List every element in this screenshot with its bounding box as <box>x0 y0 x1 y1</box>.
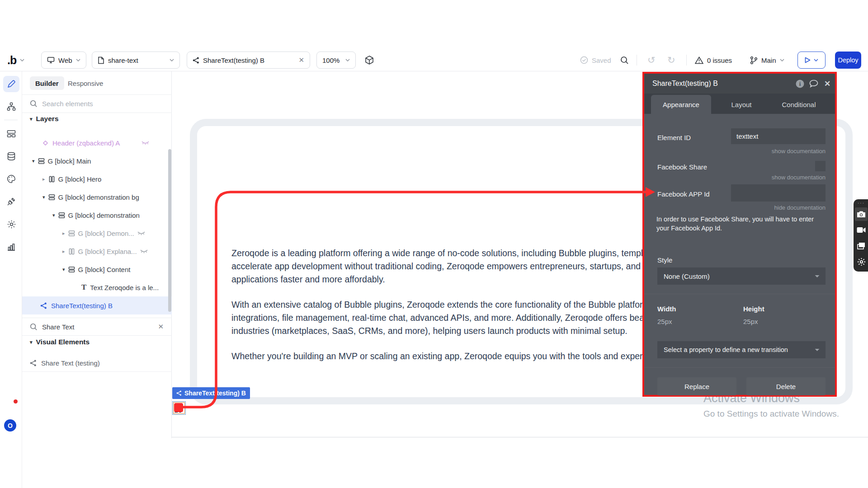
rail-settings-button[interactable] <box>3 216 19 232</box>
zoom-dropdown[interactable]: 100% <box>316 52 356 69</box>
tab-responsive[interactable]: Responsive <box>68 76 103 90</box>
layer-label: G [block] Hero <box>58 175 102 183</box>
screenshot-camera-button[interactable] <box>855 207 868 221</box>
tree-scrollbar[interactable] <box>168 149 171 312</box>
layer-row-hero[interactable]: ▸ G [block] Hero <box>22 170 172 188</box>
rows-block-icon <box>68 266 75 273</box>
search-value: Share Text <box>42 323 153 331</box>
layer-row-header[interactable]: Header (zqbackend) A <box>22 134 172 152</box>
preview-button[interactable] <box>797 52 826 69</box>
facebook-app-id-input[interactable] <box>731 184 826 202</box>
layers-title: Layers <box>36 115 59 123</box>
stacked-windows-icon <box>857 242 865 249</box>
platform-dropdown[interactable]: Web <box>41 52 86 69</box>
rail-styles-button[interactable] <box>3 171 19 187</box>
branch-icon <box>750 56 758 65</box>
panel-divider <box>644 367 835 368</box>
layer-row-explana-hidden[interactable]: ▸ G [block] Explana... <box>22 242 172 260</box>
close-panel-button[interactable]: ✕ <box>822 79 832 89</box>
property-panel-title: ShareText(testing) B <box>652 80 718 88</box>
rows-block-icon <box>38 158 45 164</box>
copy-window-button[interactable] <box>855 240 868 252</box>
property-panel-titlebar[interactable]: ShareText(testing) B <box>644 74 835 94</box>
style-dropdown[interactable]: None (Custom) <box>657 267 826 285</box>
palette-item-share-text[interactable]: Share Text (testing) <box>22 354 172 372</box>
redo-button[interactable]: ↻ <box>667 52 675 69</box>
component-cube-button[interactable] <box>364 52 374 69</box>
rail-data-button[interactable] <box>3 148 19 164</box>
chevron-down-icon <box>20 59 24 61</box>
search-placeholder: Search elements <box>42 100 93 108</box>
caret-down-icon: ▾ <box>30 339 33 345</box>
delete-button[interactable]: Delete <box>746 377 826 395</box>
screen-capture-overlay-toolbar: ··· <box>854 199 868 272</box>
page-dropdown[interactable]: share-text <box>92 52 180 69</box>
element-tab[interactable]: ShareText(testing) B ✕ <box>187 52 310 69</box>
dots-label: ··· <box>858 201 865 206</box>
comment-button[interactable] <box>809 79 819 89</box>
search-elements-field[interactable]: Search elements <box>22 95 172 113</box>
transition-dropdown[interactable]: Select a property to define a new transi… <box>657 341 826 358</box>
issues-count: 0 issues <box>707 56 732 64</box>
show-documentation-link[interactable]: show documentation <box>772 148 826 155</box>
deploy-button[interactable]: Deploy <box>835 52 861 69</box>
caret-down-icon: ▾ <box>30 116 33 122</box>
rail-plugins-button[interactable] <box>3 193 19 210</box>
layer-row-demonstration[interactable]: ▾ G [block] demonstration <box>22 206 172 224</box>
undo-icon: ↺ <box>647 55 656 66</box>
style-value: None (Custom) <box>664 272 710 280</box>
clear-search-icon[interactable]: ✕ <box>158 323 164 331</box>
sharetext-canvas-element[interactable]: 10 <box>172 401 186 415</box>
canvas-text-block[interactable]: Zeroqode is a leading platform offering … <box>231 247 644 363</box>
hide-documentation-link[interactable]: hide documentation <box>774 204 826 211</box>
layer-row-demonstration-bg[interactable]: ▾ G [block] demonstration bg <box>22 188 172 206</box>
user-avatar[interactable]: O <box>4 419 16 432</box>
share-icon <box>40 302 47 309</box>
tab-layout[interactable]: Layout <box>714 95 769 114</box>
rail-design-button[interactable] <box>3 76 19 92</box>
bubble-logo[interactable]: .b <box>7 52 24 69</box>
bar-chart-icon <box>7 242 16 251</box>
overflow-dots-icon[interactable]: ··· <box>855 201 868 206</box>
element-id-label: Element ID <box>657 134 691 141</box>
facebook-share-checkbox[interactable] <box>815 161 826 171</box>
rail-components-button[interactable] <box>3 126 19 142</box>
undo-button[interactable]: ↺ <box>647 52 656 69</box>
canvas-text-line: integrations, file management, real-time… <box>231 311 644 324</box>
search-button[interactable] <box>620 52 629 69</box>
rail-logs-button[interactable] <box>3 239 19 255</box>
gear-icon <box>857 258 866 266</box>
canvas-text-line: Whether you're building an MVP or scalin… <box>231 350 644 363</box>
info-button[interactable]: i <box>795 79 805 89</box>
layer-row-text[interactable]: T Text Zeroqode is a le... <box>22 278 172 296</box>
show-documentation-link[interactable]: show documentation <box>772 174 826 181</box>
layer-row-content[interactable]: ▾ G [block] Content <box>22 260 172 278</box>
overlay-settings-button[interactable] <box>855 255 868 268</box>
branch-selector[interactable]: Main <box>750 52 784 69</box>
visual-elements-section-header[interactable]: ▾ Visual Elements <box>30 338 90 346</box>
layers-section-header[interactable]: ▾ Layers <box>30 115 59 123</box>
paragraph-gap <box>231 338 644 350</box>
share-text-search-field[interactable]: Share Text ✕ <box>22 318 172 336</box>
rail-workflow-button[interactable] <box>3 99 19 115</box>
palette-item-label: Share Text (testing) <box>41 359 100 367</box>
record-video-button[interactable] <box>855 224 868 236</box>
search-icon <box>620 56 629 65</box>
layer-row-main[interactable]: ▾ G [block] Main <box>22 152 172 170</box>
facebook-share-label: Facebook Share <box>657 163 707 171</box>
layer-row-sharetext-selected[interactable]: ShareText(testing) B <box>22 296 172 314</box>
close-icon[interactable]: ✕ <box>298 56 304 64</box>
eye-closed-icon <box>137 231 145 235</box>
rows-block-icon <box>48 194 55 201</box>
tab-appearance[interactable]: Appearance <box>651 95 711 114</box>
text-element-icon: T <box>81 283 86 292</box>
panel-divider <box>644 294 835 294</box>
width-label: Width <box>657 305 676 313</box>
tab-builder[interactable]: Builder <box>30 76 64 90</box>
issues-indicator[interactable]: 0 issues <box>695 52 732 69</box>
tab-conditional[interactable]: Conditional <box>772 95 826 114</box>
layer-row-demon-hidden[interactable]: ▸ G [block] Demon... <box>22 224 172 242</box>
avatar-letter: O <box>8 422 13 429</box>
replace-button[interactable]: Replace <box>657 377 736 395</box>
element-id-input[interactable]: texttext <box>731 128 826 144</box>
